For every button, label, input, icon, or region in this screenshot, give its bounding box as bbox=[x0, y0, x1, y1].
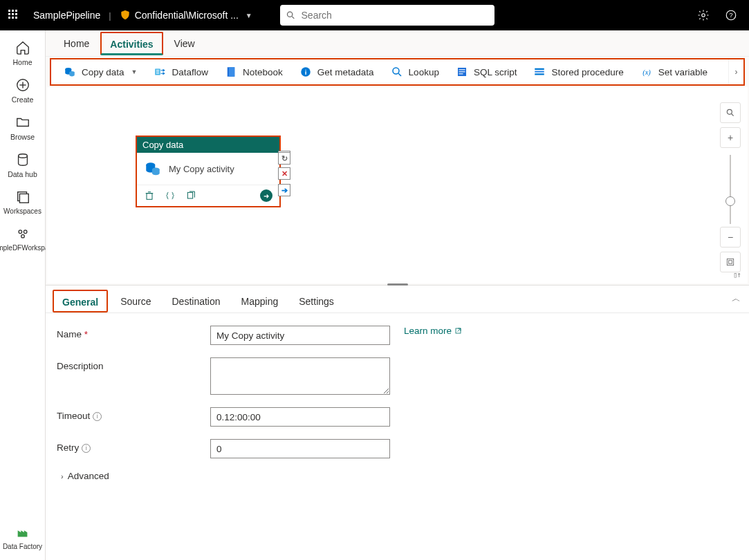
property-pane: General Source Destination Mapping Setti… bbox=[46, 285, 749, 560]
timeout-label: Timeouti bbox=[57, 407, 202, 421]
svg-text:i: i bbox=[304, 68, 306, 76]
retry-input[interactable] bbox=[210, 439, 390, 458]
tool-sql-script[interactable]: SQL script bbox=[447, 63, 526, 81]
name-label: Name * bbox=[57, 326, 202, 339]
skip-badge-icon[interactable]: ➔ bbox=[278, 184, 290, 196]
svg-point-13 bbox=[21, 234, 24, 238]
field-name-row: Name * Learn more bbox=[57, 326, 738, 345]
app-launcher-icon[interactable] bbox=[8, 10, 19, 21]
zoom-in-button[interactable]: + bbox=[720, 127, 741, 148]
zoom-slider-thumb[interactable] bbox=[725, 196, 735, 206]
folder-icon bbox=[15, 115, 30, 130]
tool-lookup[interactable]: Lookup bbox=[382, 63, 447, 81]
rail-workspaces[interactable]: Workspaces bbox=[2, 185, 44, 219]
tool-dataflow[interactable]: Dataflow bbox=[145, 63, 216, 81]
workspace-picker[interactable]: Confidential\Microsoft ... ▼ bbox=[120, 10, 252, 21]
svg-rect-30 bbox=[535, 68, 545, 70]
rail-datahub[interactable]: Data hub bbox=[2, 148, 44, 183]
rail-create[interactable]: Create bbox=[2, 73, 44, 108]
svg-rect-41 bbox=[729, 261, 732, 264]
advanced-toggle[interactable]: › Advanced bbox=[61, 471, 738, 481]
info-icon[interactable]: i bbox=[93, 412, 102, 421]
svg-line-25 bbox=[398, 73, 401, 76]
canvas-search-button[interactable] bbox=[720, 102, 741, 123]
activity-card-footer: ➜ bbox=[137, 185, 279, 206]
ribbon-tabs: Home Activities View bbox=[46, 30, 749, 57]
tab-view[interactable]: View bbox=[166, 32, 203, 55]
canvas-resize-handle[interactable]: ▯↑ bbox=[733, 270, 741, 279]
activities-toolbar: Copy data ▼ Dataflow Notebook i Get meta… bbox=[50, 58, 745, 86]
svg-point-38 bbox=[727, 109, 732, 114]
prop-tab-settings[interactable]: Settings bbox=[290, 290, 342, 312]
svg-point-2 bbox=[702, 14, 705, 17]
zoom-slider[interactable] bbox=[730, 155, 731, 224]
proc-icon bbox=[533, 66, 546, 78]
settings-button[interactable] bbox=[694, 6, 713, 25]
tab-home[interactable]: Home bbox=[55, 32, 98, 55]
home-icon bbox=[15, 40, 30, 55]
prop-tab-mapping[interactable]: Mapping bbox=[233, 290, 287, 312]
delete-icon[interactable] bbox=[144, 190, 155, 201]
rail-home[interactable]: Home bbox=[2, 36, 44, 71]
info-icon[interactable]: i bbox=[82, 444, 91, 453]
zoom-out-button[interactable]: − bbox=[720, 227, 741, 248]
description-input[interactable] bbox=[210, 357, 390, 395]
rail-browse[interactable]: Browse bbox=[2, 111, 44, 145]
data-factory-icon bbox=[15, 525, 30, 540]
svg-point-0 bbox=[287, 12, 292, 17]
rail-data-factory[interactable]: Data Factory bbox=[2, 521, 44, 554]
tool-set-variable[interactable]: (x) Set variable bbox=[632, 63, 716, 81]
prop-tab-source[interactable]: Source bbox=[112, 290, 159, 312]
chevron-right-icon: › bbox=[61, 472, 64, 480]
tool-label: Lookup bbox=[409, 67, 439, 77]
svg-text:?: ? bbox=[729, 12, 732, 19]
search-input[interactable] bbox=[302, 10, 489, 21]
name-input[interactable] bbox=[210, 326, 390, 345]
collapse-pane-button[interactable]: ︿ bbox=[732, 292, 741, 305]
sql-icon bbox=[456, 66, 468, 78]
pipeline-name: SamplePipeline bbox=[33, 10, 100, 21]
learn-more-link[interactable]: Learn more bbox=[404, 326, 463, 336]
getmeta-icon: i bbox=[299, 66, 312, 78]
activity-card-copy-data[interactable]: Copy data My Copy activity ➜ ↻ ✓ ✕ ➔ bbox=[136, 136, 281, 207]
tool-label: Dataflow bbox=[172, 67, 208, 77]
pane-splitter[interactable] bbox=[46, 283, 749, 285]
pipeline-canvas[interactable]: Copy data My Copy activity ➜ ↻ ✓ ✕ ➔ bbox=[47, 87, 748, 283]
sensitivity-shield-icon bbox=[120, 10, 131, 21]
learn-more-label: Learn more bbox=[404, 326, 452, 336]
tool-stored-procedure[interactable]: Stored procedure bbox=[525, 63, 631, 81]
svg-rect-31 bbox=[535, 71, 545, 73]
tool-label: Get metadata bbox=[317, 67, 374, 77]
svg-rect-32 bbox=[535, 73, 545, 75]
tool-copy-data[interactable]: Copy data ▼ bbox=[55, 63, 145, 81]
prop-tab-destination[interactable]: Destination bbox=[164, 290, 229, 312]
fit-to-screen-button[interactable] bbox=[720, 252, 741, 272]
tool-notebook[interactable]: Notebook bbox=[216, 63, 291, 81]
retry-badge-icon[interactable]: ↻ bbox=[278, 152, 290, 165]
retry-label: Retryi bbox=[57, 439, 202, 453]
activity-card-body: My Copy activity bbox=[137, 153, 279, 185]
timeout-input[interactable] bbox=[210, 407, 390, 427]
failure-badge-icon[interactable]: ✕ bbox=[278, 167, 290, 180]
tool-get-metadata[interactable]: i Get metadata bbox=[291, 63, 382, 81]
tab-activities[interactable]: Activities bbox=[100, 32, 163, 55]
tool-label: Copy data bbox=[82, 67, 124, 77]
canvas-controls: + − bbox=[720, 102, 741, 277]
clone-icon[interactable] bbox=[185, 190, 196, 201]
left-nav-rail: Home Create Browse Data hub Workspaces S… bbox=[0, 30, 46, 560]
rail-label: Data hub bbox=[8, 170, 37, 178]
dataflow-icon bbox=[154, 66, 166, 78]
help-button[interactable]: ? bbox=[721, 6, 741, 25]
toolbar-scroll-right[interactable]: › bbox=[728, 59, 743, 84]
setvar-icon: (x) bbox=[640, 66, 653, 78]
svg-rect-21 bbox=[229, 67, 234, 77]
prop-tab-general[interactable]: General bbox=[53, 290, 108, 312]
workspace-label: Confidential\Microsoft ... bbox=[135, 10, 239, 21]
global-search[interactable] bbox=[280, 5, 494, 26]
code-braces-icon[interactable] bbox=[165, 190, 176, 201]
help-icon: ? bbox=[725, 9, 737, 21]
run-icon[interactable]: ➜ bbox=[260, 189, 272, 202]
rail-sample-workspace[interactable]: SampleDFWorkspace bbox=[2, 222, 44, 256]
chevron-right-icon: › bbox=[735, 67, 738, 77]
svg-text:(x): (x) bbox=[642, 68, 651, 77]
